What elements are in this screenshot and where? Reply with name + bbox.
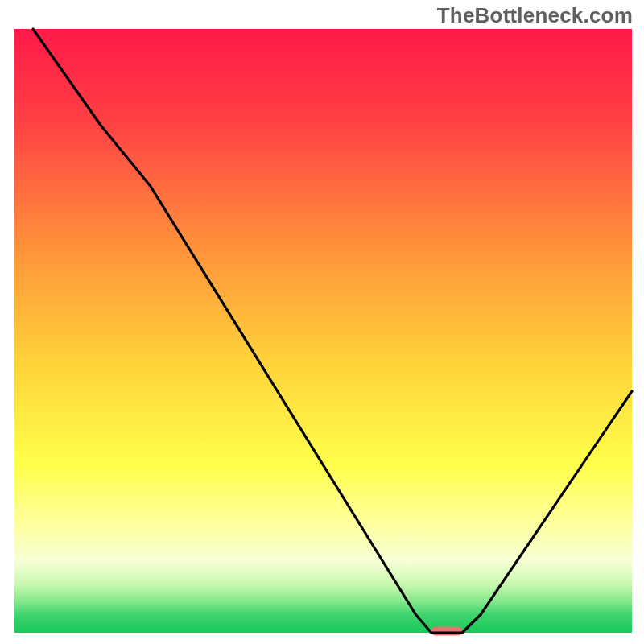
bottleneck-chart (0, 0, 644, 644)
chart-container: TheBottleneck.com (0, 0, 644, 644)
optimum-marker (431, 627, 462, 636)
plot-background (14, 29, 632, 633)
